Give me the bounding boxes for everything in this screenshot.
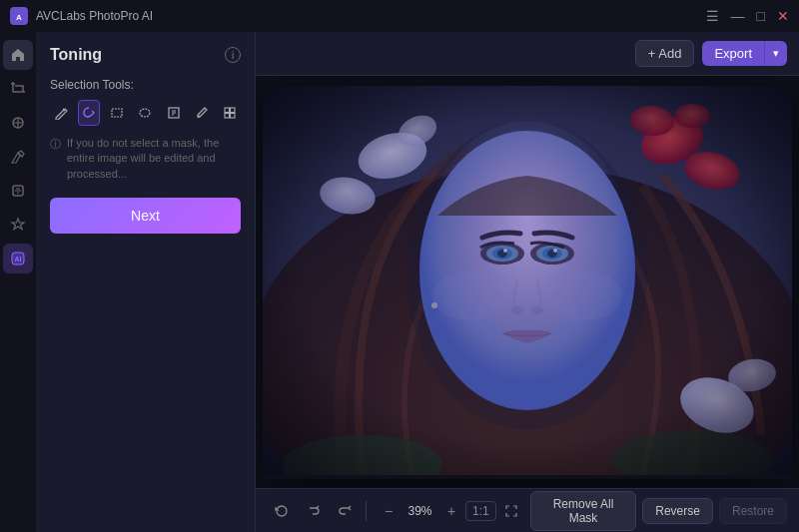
- main-canvas: + Add Export ▾: [256, 32, 799, 532]
- refresh-button[interactable]: [268, 498, 294, 524]
- tool-lasso[interactable]: [78, 100, 100, 126]
- sidebar-item-ai[interactable]: AI: [3, 244, 33, 273]
- selection-tools-label: Selection Tools:: [50, 78, 241, 92]
- export-group: Export ▾: [702, 41, 787, 66]
- svg-rect-46: [263, 86, 792, 475]
- tool-smart-select[interactable]: [163, 100, 185, 126]
- sidebar-item-magic[interactable]: [3, 210, 33, 240]
- separator-1: [366, 501, 367, 521]
- svg-rect-12: [225, 114, 230, 119]
- svg-point-7: [140, 109, 150, 117]
- tools-row: [50, 100, 241, 126]
- tool-grid[interactable]: [219, 100, 241, 126]
- tool-rectangle[interactable]: [106, 100, 128, 126]
- sidebar-item-filter[interactable]: [3, 176, 33, 206]
- svg-rect-13: [230, 114, 235, 119]
- left-panel: Toning i Selection Tools:: [36, 32, 256, 532]
- sidebar-item-crop[interactable]: [3, 74, 33, 104]
- sidebar-item-adjust[interactable]: [3, 108, 33, 138]
- app-body: AI Toning i Selection Tools:: [0, 32, 799, 532]
- photo-container: [263, 86, 792, 479]
- zoom-ratio[interactable]: 1:1: [465, 501, 496, 521]
- tool-ellipse[interactable]: [134, 100, 156, 126]
- sidebar-item-retouch[interactable]: [3, 142, 33, 172]
- next-button[interactable]: Next: [50, 198, 241, 234]
- add-button[interactable]: + Add: [635, 40, 695, 67]
- hint-icon: ⓘ: [50, 137, 61, 152]
- image-area: [256, 76, 799, 488]
- export-button[interactable]: Export: [702, 41, 764, 66]
- hint-row: ⓘ If you do not select a mask, the entir…: [50, 136, 241, 182]
- panel-header: Toning i: [50, 46, 241, 64]
- svg-text:AI: AI: [15, 256, 22, 263]
- canvas-topbar: + Add Export ▾: [256, 32, 799, 76]
- svg-point-9: [197, 115, 200, 118]
- zoom-out-button[interactable]: −: [379, 501, 399, 521]
- fit-screen-button[interactable]: [500, 500, 522, 522]
- window-controls: ☰ — □ ✕: [706, 8, 789, 24]
- remove-all-mask-button[interactable]: Remove All Mask: [530, 491, 637, 531]
- svg-text:A: A: [16, 13, 22, 22]
- zoom-in-button[interactable]: +: [441, 501, 461, 521]
- info-icon[interactable]: i: [225, 47, 241, 63]
- svg-rect-10: [225, 108, 230, 113]
- zoom-value: 39%: [402, 504, 437, 518]
- bottom-left-controls: − 39% + 1:1: [268, 498, 522, 524]
- icon-sidebar: AI: [0, 32, 36, 532]
- reverse-button[interactable]: Reverse: [642, 498, 713, 524]
- redo-button[interactable]: [332, 498, 358, 524]
- tool-brush[interactable]: [191, 100, 213, 126]
- hint-text: If you do not select a mask, the entire …: [67, 136, 241, 182]
- canvas-image: [263, 86, 792, 475]
- tool-pen[interactable]: [50, 100, 72, 126]
- titlebar-left: A AVCLabs PhotoPro AI: [10, 7, 153, 25]
- maximize-button[interactable]: □: [757, 8, 765, 24]
- canvas-bottombar: − 39% + 1:1 Remove All Mask Reverse Rest…: [256, 488, 799, 532]
- titlebar: A AVCLabs PhotoPro AI ☰ — □ ✕: [0, 0, 799, 32]
- panel-title: Toning: [50, 46, 102, 64]
- undo-button[interactable]: [300, 498, 326, 524]
- bottom-right-controls: Remove All Mask Reverse Restore: [530, 491, 787, 531]
- sidebar-item-home[interactable]: [3, 40, 33, 70]
- export-dropdown-button[interactable]: ▾: [764, 41, 787, 66]
- app-title: AVCLabs PhotoPro AI: [36, 9, 153, 23]
- svg-rect-6: [112, 109, 122, 117]
- menu-icon[interactable]: ☰: [706, 8, 719, 24]
- restore-button[interactable]: Restore: [719, 498, 787, 524]
- close-button[interactable]: ✕: [777, 8, 789, 24]
- app-icon: A: [10, 7, 28, 25]
- minimize-button[interactable]: —: [731, 8, 745, 24]
- svg-rect-11: [230, 108, 235, 113]
- zoom-control: − 39% + 1:1: [379, 500, 522, 522]
